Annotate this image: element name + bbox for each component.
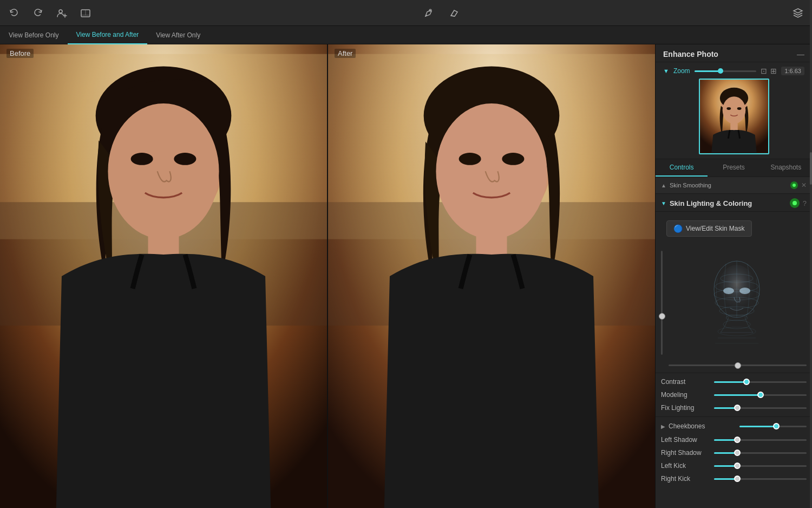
svg-rect-9 [0,44,327,508]
after-label: After [335,49,356,58]
fix-lighting-track[interactable] [714,407,807,409]
layers-button[interactable] [790,5,806,21]
svg-point-45 [723,320,750,329]
svg-line-7 [451,16,455,16]
left-shadow-thumb[interactable] [734,437,741,443]
view-before-only-tab[interactable]: View Before Only [0,26,68,44]
cheekbones-thumb[interactable] [773,423,780,429]
tab-controls[interactable]: Controls [656,159,708,177]
contrast-label: Contrast [661,378,710,386]
svg-point-32 [722,96,745,123]
redo-button[interactable] [30,5,45,21]
divider-1 [656,373,812,373]
svg-point-33 [726,107,731,110]
skin-lighting-toggle[interactable] [790,198,800,208]
tab-presets[interactable]: Presets [708,159,759,177]
modeling-slider-row: Modeling [656,388,812,401]
photo-panels: Before [0,44,655,508]
contrast-slider-row: Contrast [656,375,812,388]
after-panel: After [327,44,655,508]
modeling-thumb[interactable] [757,392,764,398]
fit-icon[interactable]: ⊡ [761,67,767,75]
right-kick-track[interactable] [714,478,807,480]
svg-point-15 [108,103,219,239]
actual-size-icon[interactable]: ⊞ [770,67,777,75]
vert-slider-thumb[interactable] [659,313,665,320]
skin-lighting-chevron[interactable]: ▼ [661,200,666,206]
cheekbones-chevron: ▶ [661,424,665,429]
head-horizontal-slider [656,362,812,370]
svg-point-27 [502,153,524,165]
head-model [667,249,807,357]
right-kick-slider-row: Right Kick [656,472,812,485]
cheekbones-title: Cheekbones [669,422,736,430]
svg-rect-18 [148,227,179,264]
svg-point-47 [718,265,756,314]
before-label: Before [6,49,34,58]
controls-area: ▲ Skin Smoothing ✕ ▼ Skin Lighting & Col… [656,177,812,508]
head-model-svg [704,254,769,351]
panel-header: Enhance Photo — [656,44,812,62]
svg-point-0 [59,10,62,13]
svg-rect-11 [0,54,327,239]
head-horiz-track[interactable] [669,364,807,366]
view-before-after-tab[interactable]: View Before and After [68,26,148,44]
zoom-row: ▼ Zoom ⊡ ⊞ 1:6.63 [663,67,804,75]
contrast-track[interactable] [714,381,807,383]
photo-button[interactable] [78,5,93,21]
panel-title: Enhance Photo [663,50,718,58]
svg-rect-28 [476,227,507,264]
skin-mask-container: 🔵 View/Edit Skin Mask [656,212,812,245]
toolbar-center [102,5,782,21]
minimize-icon[interactable]: — [797,50,804,58]
skin-smoothing-section[interactable]: ▲ Skin Smoothing ✕ [656,177,812,194]
right-shadow-track[interactable] [714,452,807,454]
pen-tool[interactable] [421,5,436,21]
zoom-slider[interactable] [695,70,757,72]
zoom-chevron[interactable]: ▼ [663,68,669,74]
mask-icon: 🔵 [673,224,683,233]
left-kick-track[interactable] [714,465,807,467]
skin-mask-label: View/Edit Skin Mask [686,225,745,232]
cheekbones-header[interactable]: ▶ Cheekbones [656,419,812,433]
scrollbar-thumb[interactable] [810,152,812,185]
fix-lighting-thumb[interactable] [734,405,741,411]
view-edit-skin-mask-button[interactable]: 🔵 View/Edit Skin Mask [666,220,752,237]
skin-smoothing-close[interactable]: ✕ [801,181,807,189]
svg-rect-22 [328,202,655,325]
right-shadow-thumb[interactable] [734,450,741,456]
left-kick-thumb[interactable] [734,463,741,469]
skin-smoothing-toggle[interactable] [790,181,798,189]
eraser-tool[interactable] [447,5,462,21]
add-person-button[interactable] [54,5,69,21]
svg-rect-12 [0,202,327,325]
undo-button[interactable] [6,5,22,21]
svg-point-26 [459,153,481,165]
toolbar-right [790,5,806,21]
skin-lighting-help[interactable]: ? [803,199,807,207]
svg-rect-20 [328,44,655,508]
svg-point-17 [174,153,196,165]
head-horiz-thumb[interactable] [735,362,741,369]
svg-point-25 [436,103,547,239]
modeling-track[interactable] [714,394,807,396]
fix-lighting-label: Fix Lighting [661,404,710,412]
modeling-label: Modeling [661,391,710,399]
left-shadow-slider-row: Left Shadow [656,433,812,446]
head-model-container [656,245,812,362]
skin-smoothing-icons: ✕ [790,181,807,189]
left-kick-slider-row: Left Kick [656,459,812,472]
left-shadow-track[interactable] [714,439,807,441]
contrast-thumb[interactable] [743,379,750,385]
tab-snapshots[interactable]: Snapshots [760,159,812,177]
view-after-only-tab[interactable]: View After Only [147,26,209,44]
main-area: Before [0,44,812,508]
vert-slider-track[interactable] [661,251,663,355]
zoom-icons: ⊡ ⊞ [761,67,777,75]
right-kick-thumb[interactable] [734,476,741,482]
svg-rect-19 [328,44,655,508]
cheekbones-track[interactable] [739,426,807,427]
right-panel-scrollbar[interactable] [810,44,812,508]
photo-thumbnail[interactable] [699,79,769,154]
right-kick-label: Right Kick [661,475,710,483]
